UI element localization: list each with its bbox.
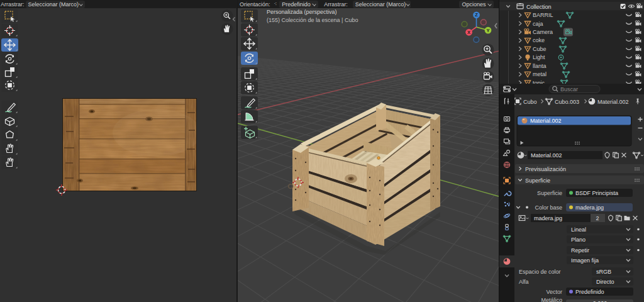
svg-text:Material.002: Material.002 xyxy=(530,118,562,124)
svg-text:Predefinido: Predefinido xyxy=(575,289,604,295)
svg-text:Repetir: Repetir xyxy=(571,247,589,254)
svg-text:metal: metal xyxy=(533,71,547,77)
svg-text:Superficie: Superficie xyxy=(525,177,550,184)
svg-text:Color base: Color base xyxy=(535,204,562,211)
svg-text:caja: caja xyxy=(533,21,543,27)
svg-text:madera.jpg: madera.jpg xyxy=(575,204,604,211)
svg-text:X: X xyxy=(467,30,470,35)
svg-text:Cubo.003: Cubo.003 xyxy=(555,99,579,105)
svg-text:sRGB: sRGB xyxy=(596,269,611,275)
svg-text:2: 2 xyxy=(596,215,599,221)
svg-text:Alfa: Alfa xyxy=(519,279,529,285)
svg-text:Cube: Cube xyxy=(533,46,547,52)
svg-text:Y: Y xyxy=(486,28,489,33)
svg-text:Collection: Collection xyxy=(526,4,552,10)
svg-text:llanta: llanta xyxy=(533,63,547,69)
svg-text:Camera: Camera xyxy=(533,29,553,35)
svg-text:madera.jpg: madera.jpg xyxy=(534,215,562,221)
svg-text:Material.002: Material.002 xyxy=(531,152,562,159)
svg-text:Imagen fija: Imagen fija xyxy=(571,257,599,264)
svg-text:Cubo: Cubo xyxy=(523,99,537,105)
svg-text:Espacio de color: Espacio de color xyxy=(519,269,561,275)
svg-text:Previsualización: Previsualización xyxy=(525,166,566,172)
svg-text:Metálico: Metálico xyxy=(541,297,562,302)
svg-text:Lineal: Lineal xyxy=(571,226,586,233)
svg-text:Buscar: Buscar xyxy=(560,86,578,92)
svg-text:Directo: Directo xyxy=(596,279,614,285)
svg-text:Superficie: Superficie xyxy=(537,190,562,196)
svg-text:coke: coke xyxy=(533,37,545,43)
svg-text:BSDF Principista: BSDF Principista xyxy=(575,190,618,196)
svg-text:Z: Z xyxy=(475,12,478,18)
svg-text:Material.002: Material.002 xyxy=(597,99,629,105)
svg-text:Plano: Plano xyxy=(571,237,586,243)
svg-text:BARRIL: BARRIL xyxy=(533,12,553,18)
svg-text:Vector: Vector xyxy=(546,289,562,295)
svg-text:Light: Light xyxy=(533,54,545,60)
